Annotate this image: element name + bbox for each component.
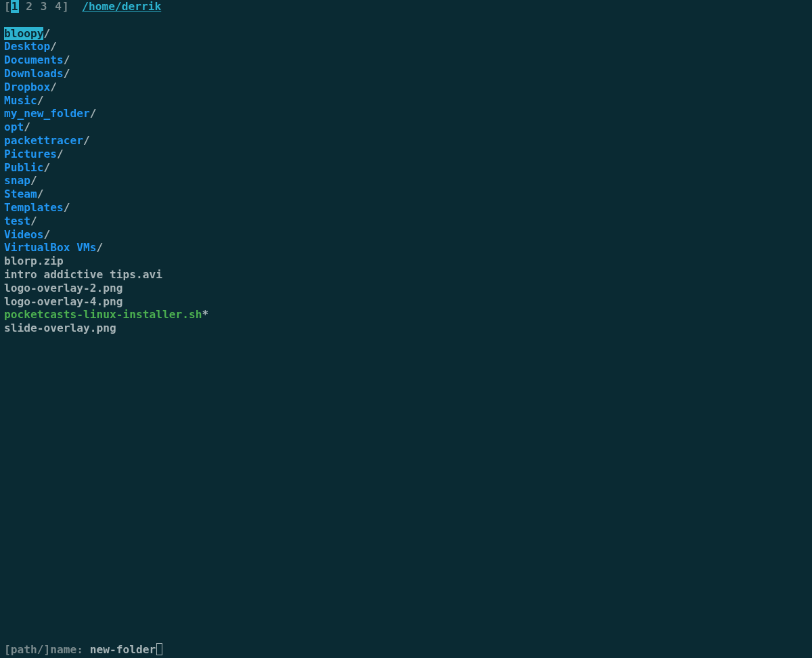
folder-item[interactable]: Desktop/ — [4, 40, 808, 53]
folder-item[interactable]: Videos/ — [4, 228, 808, 242]
entry-name: Templates — [4, 201, 64, 214]
folder-item[interactable]: Steam/ — [4, 188, 808, 201]
entry-name: blorp.zip — [4, 255, 64, 267]
entry-name: VirtualBox VMs — [4, 241, 96, 254]
entry-name: Downloads — [4, 67, 64, 80]
folder-item[interactable]: Pictures/ — [4, 148, 808, 161]
file-item[interactable]: slide-overlay.png — [4, 322, 808, 335]
entry-name: intro addictive tips.avi — [4, 268, 162, 281]
entry-name: Dropbox — [4, 81, 50, 93]
folder-item[interactable]: test/ — [4, 215, 808, 228]
entry-name: Public — [4, 161, 43, 174]
status-prompt[interactable]: [path/]name: new-folder — [0, 643, 812, 658]
executable-item[interactable]: pocketcasts-linux-installer.sh* — [4, 308, 808, 322]
dir-suffix-icon: / — [37, 94, 44, 107]
current-path[interactable]: /home/derrik — [82, 0, 161, 13]
entry-name: pocketcasts-linux-installer.sh — [4, 308, 202, 321]
folder-item[interactable]: Music/ — [4, 94, 808, 108]
folder-item[interactable]: Downloads/ — [4, 67, 808, 81]
entry-name: logo-overlay-4.png — [4, 295, 122, 308]
folder-item[interactable]: VirtualBox VMs/ — [4, 241, 808, 255]
prompt-label: [path/]name: — [4, 643, 90, 656]
file-listing[interactable]: bloopy/Desktop/Documents/Downloads/Dropb… — [0, 27, 812, 335]
entry-name: opt — [4, 120, 24, 133]
dir-suffix-icon: / — [43, 228, 50, 241]
dir-suffix-icon: / — [64, 53, 70, 66]
dir-suffix-icon: / — [90, 107, 97, 120]
entry-name: snap — [4, 174, 30, 187]
dir-suffix-icon: / — [50, 40, 57, 53]
dir-suffix-icon: / — [30, 174, 37, 187]
folder-item[interactable]: Dropbox/ — [4, 81, 808, 94]
dir-suffix-icon: / — [64, 67, 70, 80]
dir-suffix-icon: / — [24, 120, 30, 133]
tab-1[interactable]: 1 — [11, 0, 19, 13]
dir-suffix-icon: / — [43, 27, 50, 40]
dir-suffix-icon: / — [96, 241, 103, 254]
tab-bar: [1 2 3 4] /home/derrik — [0, 0, 812, 14]
folder-item[interactable]: Templates/ — [4, 201, 808, 215]
entry-name: Steam — [4, 188, 37, 200]
entry-name: slide-overlay.png — [4, 322, 116, 334]
entry-name: Pictures — [4, 148, 57, 160]
file-item[interactable]: logo-overlay-2.png — [4, 282, 808, 295]
folder-item[interactable]: bloopy/ — [4, 27, 808, 41]
tab-bracket-open: [ — [4, 0, 11, 13]
tab-bracket-close: ] — [62, 0, 69, 13]
dir-suffix-icon: / — [83, 134, 90, 147]
exec-suffix-icon: * — [202, 308, 208, 321]
entry-name: my_new_folder — [4, 107, 90, 120]
dir-suffix-icon: / — [64, 201, 70, 214]
entry-name: packettracer — [4, 134, 83, 147]
folder-item[interactable]: my_new_folder/ — [4, 107, 808, 120]
dir-suffix-icon: / — [43, 161, 50, 174]
cursor-icon — [156, 643, 162, 655]
folder-item[interactable]: snap/ — [4, 174, 808, 188]
entry-name: test — [4, 215, 30, 227]
tab-4[interactable]: 4 — [54, 0, 62, 13]
folder-item[interactable]: Public/ — [4, 161, 808, 175]
folder-item[interactable]: opt/ — [4, 120, 808, 134]
file-item[interactable]: intro addictive tips.avi — [4, 268, 808, 282]
entry-name: logo-overlay-2.png — [4, 282, 122, 294]
dir-suffix-icon: / — [50, 81, 57, 93]
dir-suffix-icon: / — [37, 188, 44, 200]
file-item[interactable]: blorp.zip — [4, 255, 808, 268]
entry-name: Desktop — [4, 40, 50, 53]
entry-name: Videos — [4, 228, 43, 241]
tab-2[interactable]: 2 — [25, 0, 33, 13]
entry-name: bloopy — [4, 27, 43, 40]
tab-3[interactable]: 3 — [40, 0, 48, 13]
prompt-input[interactable]: new-folder — [90, 643, 156, 656]
entry-name: Music — [4, 94, 37, 107]
dir-suffix-icon: / — [57, 148, 64, 160]
folder-item[interactable]: Documents/ — [4, 53, 808, 67]
dir-suffix-icon: / — [30, 215, 37, 227]
folder-item[interactable]: packettracer/ — [4, 134, 808, 148]
file-item[interactable]: logo-overlay-4.png — [4, 295, 808, 309]
entry-name: Documents — [4, 53, 64, 66]
